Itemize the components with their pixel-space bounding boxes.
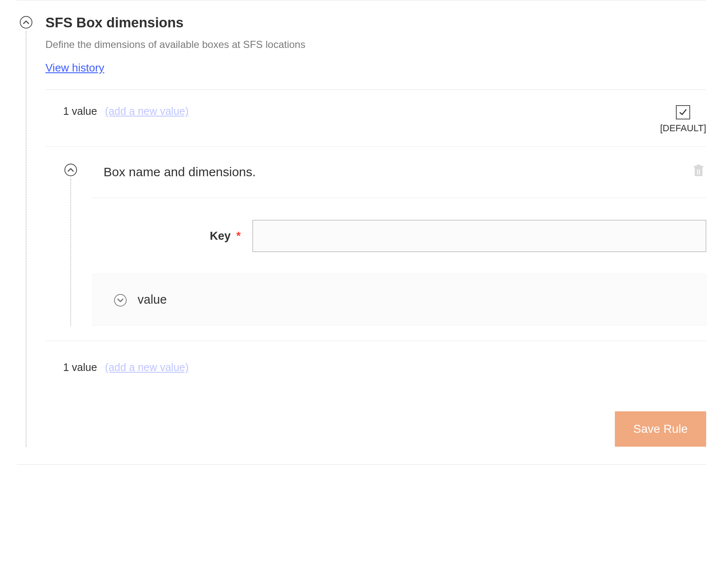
rule-title: SFS Box dimensions <box>45 15 706 30</box>
trash-icon <box>693 164 704 177</box>
box-title: Box name and dimensions. <box>104 165 683 179</box>
default-label: [DEFAULT] <box>660 123 706 134</box>
collapse-box-button[interactable] <box>64 164 77 176</box>
value-toolbar-bottom: 1 value (add a new value) <box>45 341 706 373</box>
save-rule-button[interactable]: Save Rule <box>615 411 706 447</box>
view-history-link[interactable]: View history <box>45 61 104 74</box>
page-top-divider <box>17 0 706 0</box>
svg-rect-2 <box>699 170 700 175</box>
required-indicator: * <box>236 230 241 242</box>
page-bottom-divider <box>17 464 706 465</box>
value-label: value <box>138 293 167 307</box>
box-block: Box name and dimensions. <box>45 147 706 326</box>
tree-line <box>26 31 27 447</box>
tree-column-outer <box>17 15 35 447</box>
rule-block: SFS Box dimensions Define the dimensions… <box>17 15 706 447</box>
value-count-bottom: 1 value <box>63 361 97 373</box>
add-value-bottom-link[interactable]: (add a new value) <box>105 361 189 373</box>
chevron-down-icon <box>117 298 123 302</box>
tree-column-inner <box>64 163 77 326</box>
svg-rect-1 <box>697 170 698 175</box>
value-row-wrap: value <box>93 274 706 326</box>
delete-box-button[interactable] <box>691 163 706 181</box>
rule-subtitle: Define the dimensions of available boxes… <box>45 39 706 50</box>
chevron-up-icon <box>68 168 74 172</box>
svg-rect-4 <box>696 165 700 166</box>
tree-line <box>70 179 71 326</box>
chevron-up-icon <box>23 20 29 24</box>
svg-rect-0 <box>695 167 702 176</box>
key-label: Key <box>210 230 231 242</box>
check-icon <box>679 109 687 116</box>
collapse-rule-button[interactable] <box>20 16 32 29</box>
value-toolbar-top: 1 value (add a new value) [DEFAULT] <box>45 90 706 146</box>
key-input[interactable] <box>253 220 706 252</box>
default-checkbox[interactable] <box>676 105 690 119</box>
value-count-top: 1 value <box>63 105 97 117</box>
expand-value-button[interactable] <box>114 294 127 307</box>
add-value-top-link[interactable]: (add a new value) <box>105 105 189 117</box>
key-row: Key * <box>93 198 706 274</box>
